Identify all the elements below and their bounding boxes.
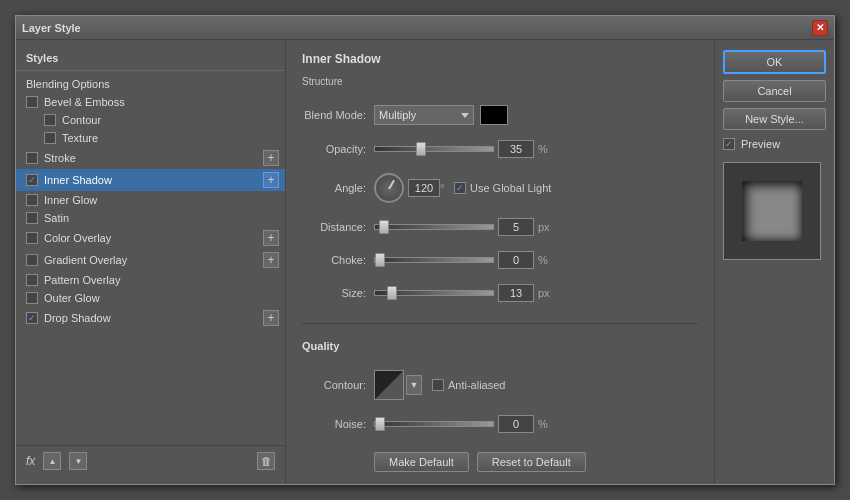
section-title: Inner Shadow (302, 52, 698, 66)
inner-shadow-add-button[interactable]: + (263, 172, 279, 188)
inner-glow-checkbox[interactable] (26, 194, 38, 206)
choke-slider[interactable] (374, 257, 494, 263)
ok-button[interactable]: OK (723, 50, 826, 74)
left-panel-bottom: fx ▲ ▼ 🗑 (16, 445, 285, 476)
opacity-slider-handle[interactable] (416, 142, 426, 156)
sidebar-item-inner-glow[interactable]: Inner Glow (16, 191, 285, 209)
contour-label: Contour (62, 114, 101, 126)
size-slider-handle[interactable] (387, 286, 397, 300)
bevel-emboss-label: Bevel & Emboss (44, 96, 125, 108)
pattern-overlay-checkbox[interactable] (26, 274, 38, 286)
noise-unit: % (538, 418, 556, 430)
bottom-buttons: Make Default Reset to Default (302, 452, 698, 472)
blend-mode-select[interactable]: Multiply Normal Screen Overlay (374, 105, 474, 125)
preview-checkbox[interactable] (723, 138, 735, 150)
color-overlay-label: Color Overlay (44, 232, 111, 244)
contour-dropdown-button[interactable]: ▼ (406, 375, 422, 395)
inner-glow-label: Inner Glow (44, 194, 97, 206)
noise-slider-handle[interactable] (375, 417, 385, 431)
cancel-button[interactable]: Cancel (723, 80, 826, 102)
divider (302, 323, 698, 324)
stroke-add-button[interactable]: + (263, 150, 279, 166)
gradient-overlay-checkbox[interactable] (26, 254, 38, 266)
right-panel: OK Cancel New Style... Preview (714, 40, 834, 484)
sidebar-item-contour[interactable]: Contour (16, 111, 285, 129)
blend-color-swatch[interactable] (480, 105, 508, 125)
angle-unit: ° (440, 182, 454, 194)
choke-input[interactable] (498, 251, 534, 269)
drop-shadow-add-button[interactable]: + (263, 310, 279, 326)
satin-checkbox[interactable] (26, 212, 38, 224)
delete-button[interactable]: 🗑 (257, 452, 275, 470)
preview-inner (742, 181, 802, 241)
inner-shadow-checkbox[interactable] (26, 174, 38, 186)
sidebar-item-outer-glow[interactable]: Outer Glow (16, 289, 285, 307)
opacity-slider[interactable] (374, 146, 494, 152)
sidebar-item-inner-shadow[interactable]: Inner Shadow + (16, 169, 285, 191)
sidebar-item-stroke[interactable]: Stroke + (16, 147, 285, 169)
contour-checkbox[interactable] (44, 114, 56, 126)
inner-shadow-label: Inner Shadow (44, 174, 112, 186)
angle-dial[interactable] (374, 173, 404, 203)
sidebar-item-satin[interactable]: Satin (16, 209, 285, 227)
sidebar-item-bevel-emboss[interactable]: Bevel & Emboss (16, 93, 285, 111)
close-button[interactable]: ✕ (812, 20, 828, 36)
preview-box (723, 162, 821, 260)
sidebar-item-pattern-overlay[interactable]: Pattern Overlay (16, 271, 285, 289)
contour-preview[interactable] (374, 370, 404, 400)
gradient-overlay-add-button[interactable]: + (263, 252, 279, 268)
size-label: Size: (302, 287, 374, 299)
blend-mode-label: Blend Mode: (302, 109, 374, 121)
opacity-input[interactable] (498, 140, 534, 158)
size-row: Size: px (302, 284, 698, 302)
sidebar-item-color-overlay[interactable]: Color Overlay + (16, 227, 285, 249)
size-slider[interactable] (374, 290, 494, 296)
reset-to-default-button[interactable]: Reset to Default (477, 452, 586, 472)
anti-aliased-label: Anti-aliased (448, 379, 505, 391)
distance-row: Distance: px (302, 218, 698, 236)
distance-slider[interactable] (374, 224, 494, 230)
distance-slider-handle[interactable] (379, 220, 389, 234)
title-bar: Layer Style ✕ (16, 16, 834, 40)
noise-input[interactable] (498, 415, 534, 433)
make-default-button[interactable]: Make Default (374, 452, 469, 472)
use-global-light-row: Use Global Light (454, 182, 551, 194)
distance-input[interactable] (498, 218, 534, 236)
drop-shadow-checkbox[interactable] (26, 312, 38, 324)
contour-row: Contour: ▼ Anti-aliased (302, 370, 698, 400)
stroke-label: Stroke (44, 152, 76, 164)
size-input[interactable] (498, 284, 534, 302)
color-overlay-add-button[interactable]: + (263, 230, 279, 246)
move-down-button[interactable]: ▼ (69, 452, 87, 470)
texture-checkbox[interactable] (44, 132, 56, 144)
gradient-overlay-label: Gradient Overlay (44, 254, 127, 266)
fx-label: fx (26, 454, 35, 468)
sidebar-item-blending-options[interactable]: Blending Options (16, 75, 285, 93)
blending-options-label: Blending Options (26, 78, 110, 90)
quality-label: Quality (302, 340, 698, 354)
anti-aliased-checkbox[interactable] (432, 379, 444, 391)
bevel-emboss-checkbox[interactable] (26, 96, 38, 108)
outer-glow-checkbox[interactable] (26, 292, 38, 304)
sidebar-item-gradient-overlay[interactable]: Gradient Overlay + (16, 249, 285, 271)
noise-label: Noise: (302, 418, 374, 430)
choke-label: Choke: (302, 254, 374, 266)
new-style-button[interactable]: New Style... (723, 108, 826, 130)
opacity-row: Opacity: % (302, 140, 698, 158)
choke-row: Choke: % (302, 251, 698, 269)
choke-slider-handle[interactable] (375, 253, 385, 267)
color-overlay-checkbox[interactable] (26, 232, 38, 244)
contour-form-label: Contour: (302, 379, 374, 391)
use-global-light-checkbox[interactable] (454, 182, 466, 194)
stroke-checkbox[interactable] (26, 152, 38, 164)
noise-slider[interactable] (374, 421, 494, 427)
opacity-label: Opacity: (302, 143, 374, 155)
move-up-button[interactable]: ▲ (43, 452, 61, 470)
styles-header: Styles (16, 48, 285, 71)
sidebar-item-texture[interactable]: Texture (16, 129, 285, 147)
angle-label: Angle: (302, 182, 374, 194)
pattern-overlay-label: Pattern Overlay (44, 274, 120, 286)
sidebar-item-drop-shadow[interactable]: Drop Shadow + (16, 307, 285, 329)
angle-input[interactable] (408, 179, 440, 197)
left-panel: Styles Blending Options Bevel & Emboss C… (16, 40, 286, 484)
